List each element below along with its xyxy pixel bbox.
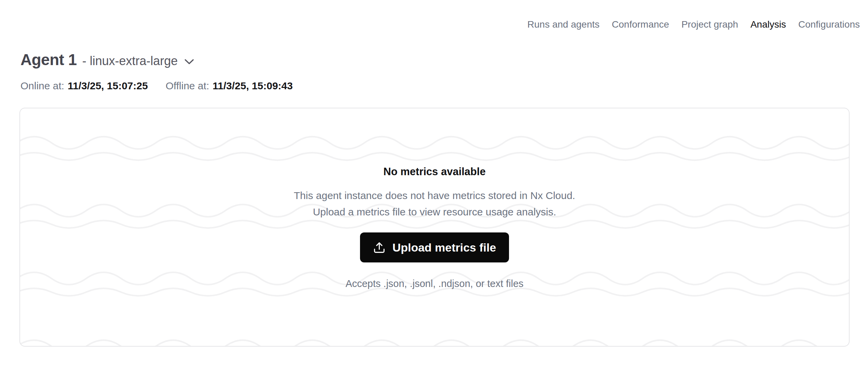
metrics-empty-state: No metrics available This agent instance… — [20, 108, 849, 346]
upload-icon — [373, 241, 386, 254]
online-at-group: Online at: 11/3/25, 15:07:25 — [20, 79, 148, 92]
accepted-file-types-note: Accepts .json, .jsonl, .ndjson, or text … — [345, 277, 523, 290]
nav-item-configurations[interactable]: Configurations — [798, 18, 860, 31]
metrics-card: No metrics available This agent instance… — [19, 108, 850, 347]
page-title-row: Agent 1 - linux-extra-large — [20, 50, 194, 70]
offline-at-group: Offline at: 11/3/25, 15:09:43 — [166, 79, 293, 92]
agent-type-label: - linux-extra-large — [82, 54, 178, 68]
nav-item-conformance[interactable]: Conformance — [612, 18, 669, 31]
upload-metrics-file-button[interactable]: Upload metrics file — [360, 232, 509, 262]
online-at-label: Online at: — [20, 79, 64, 92]
offline-at-label: Offline at: — [166, 79, 209, 92]
empty-state-description-line2: Upload a metrics file to view resource u… — [313, 204, 556, 220]
top-navigation: Runs and agents Conformance Project grap… — [527, 18, 860, 31]
upload-button-label: Upload metrics file — [392, 241, 496, 254]
agent-analysis-page: { "nav": { "items": [ { "label": "Runs a… — [0, 0, 868, 379]
agent-selector-dropdown[interactable] — [184, 59, 194, 65]
chevron-down-icon — [184, 59, 194, 65]
empty-state-description-line1: This agent instance does not have metric… — [294, 187, 575, 204]
empty-state-title: No metrics available — [384, 165, 486, 179]
nav-item-analysis[interactable]: Analysis — [750, 18, 786, 31]
page-title: Agent 1 — [20, 50, 77, 70]
nav-item-runs-and-agents[interactable]: Runs and agents — [527, 18, 600, 31]
offline-at-value: 11/3/25, 15:09:43 — [212, 79, 293, 92]
online-at-value: 11/3/25, 15:07:25 — [68, 79, 148, 92]
agent-meta-row: Online at: 11/3/25, 15:07:25 Offline at:… — [20, 79, 293, 92]
nav-item-project-graph[interactable]: Project graph — [682, 18, 738, 31]
